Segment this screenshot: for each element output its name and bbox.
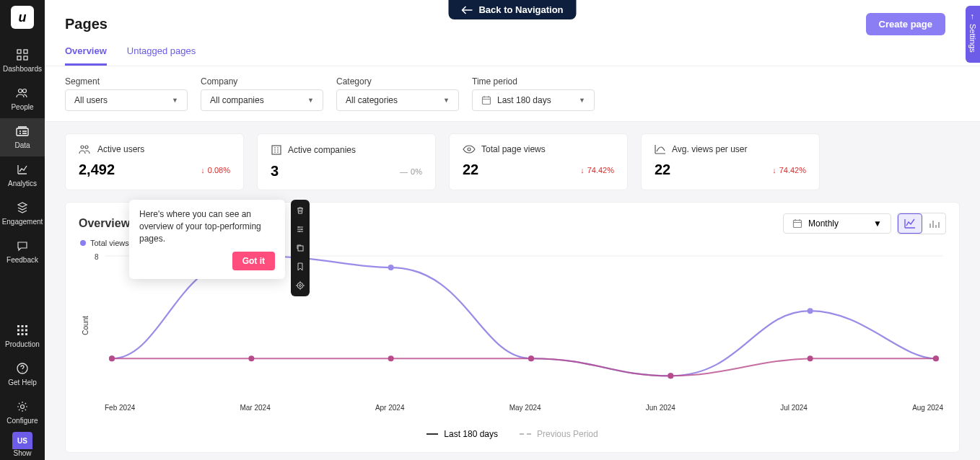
chevron-down-icon: ▼ — [172, 97, 178, 104]
legend-current[interactable]: Last 180 days — [426, 429, 498, 439]
svg-point-17 — [21, 405, 25, 409]
tooltip-toolbelt — [291, 200, 310, 296]
filter-label-time: Time period — [472, 76, 595, 87]
sidebar-label: Data — [14, 141, 30, 149]
stats-row: Active users 2,492 ↓ 0.08% — [65, 133, 960, 190]
x-tick: Jul 2024 — [780, 404, 808, 412]
svg-rect-39 — [298, 246, 303, 251]
line-chart-button[interactable] — [898, 213, 922, 234]
legend-dot-icon — [80, 240, 86, 246]
company-select[interactable]: All companies ▼ — [201, 89, 323, 111]
chat-icon — [15, 239, 30, 253]
stat-delta: ↓ 74.42% — [772, 166, 806, 174]
sliders-icon[interactable] — [294, 223, 307, 236]
settings-label: Settings — [968, 24, 977, 53]
svg-point-20 — [85, 146, 88, 149]
svg-point-33 — [248, 355, 254, 361]
filter-label-segment: Segment — [65, 76, 188, 87]
stat-title: Active users — [97, 144, 144, 154]
filter-label-category: Category — [336, 76, 459, 87]
user-avatar[interactable]: US — [12, 432, 32, 449]
create-page-button[interactable]: Create page — [866, 13, 945, 35]
sidebar-label: Dashboards — [3, 65, 42, 73]
x-tick: Aug 2024 — [912, 404, 943, 412]
sidebar-item-people[interactable]: People — [0, 80, 45, 118]
svg-point-27 — [388, 265, 394, 270]
select-value: Monthly — [808, 218, 839, 229]
stat-value: 22 — [463, 162, 478, 178]
sidebar-label: Engagement — [2, 218, 43, 226]
filters-row: Segment All users ▼ Company All companie… — [45, 66, 980, 122]
show-label[interactable]: Show — [13, 449, 31, 460]
sidebar-item-configure[interactable]: Configure — [0, 394, 45, 432]
svg-point-37 — [808, 355, 813, 361]
svg-rect-12 — [25, 329, 27, 332]
app-logo[interactable]: u — [11, 6, 34, 29]
sidebar-item-engagement[interactable]: Engagement — [0, 195, 45, 233]
legend-line-dashed-icon — [520, 433, 531, 435]
legend-previous[interactable]: Previous Period — [520, 429, 598, 439]
segment-select[interactable]: All users ▼ — [65, 89, 188, 111]
svg-rect-11 — [22, 329, 24, 332]
back-to-navigation-button[interactable]: Back to Navigation — [448, 0, 576, 19]
people-icon — [15, 86, 30, 100]
sidebar-item-data[interactable]: Data — [0, 118, 45, 156]
sidebar-item-gethelp[interactable]: Get Help — [0, 355, 45, 394]
target-icon[interactable] — [294, 279, 307, 292]
sidebar-item-production[interactable]: Production — [0, 317, 45, 355]
chevron-down-icon: ▼ — [873, 218, 882, 229]
bar-chart-button[interactable] — [922, 213, 945, 234]
analytics-icon — [15, 162, 30, 177]
sidebar: u Dashboards People Data Analytics — [0, 0, 45, 460]
arrow-down-icon: ↓ — [201, 166, 205, 174]
arrow-down-icon: ↓ — [772, 166, 776, 174]
svg-point-41 — [299, 285, 302, 287]
sidebar-item-feedback[interactable]: Feedback — [0, 233, 45, 271]
select-value: Last 180 days — [497, 95, 551, 105]
bookmark-icon[interactable] — [294, 260, 307, 273]
copy-icon[interactable] — [294, 242, 307, 255]
people-icon — [79, 144, 92, 154]
filter-label-company: Company — [201, 76, 323, 87]
stat-title: Avg. views per user — [672, 144, 748, 154]
svg-rect-14 — [22, 333, 24, 335]
sidebar-item-dashboards[interactable]: Dashboards — [0, 42, 45, 80]
chevron-down-icon: ▼ — [443, 97, 450, 104]
chart-card: Overview Monthly ▼ — [65, 202, 960, 453]
time-period-select[interactable]: Last 180 days ▼ — [472, 89, 595, 111]
svg-point-19 — [81, 146, 84, 149]
sidebar-label: Analytics — [8, 180, 37, 187]
x-tick: Feb 2024 — [105, 404, 135, 412]
tab-untagged[interactable]: Untagged pages — [127, 45, 196, 66]
chart-period-select[interactable]: Monthly ▼ — [783, 213, 891, 234]
sidebar-item-analytics[interactable]: Analytics — [0, 156, 45, 195]
tooltip-got-it-button[interactable]: Got it — [232, 252, 275, 270]
trash-icon[interactable] — [294, 204, 307, 217]
sidebar-label: People — [11, 103, 33, 111]
tab-overview[interactable]: Overview — [65, 45, 107, 66]
building-icon — [271, 144, 282, 156]
x-axis-labels: Feb 2024 Mar 2024 Apr 2024 May 2024 Jun … — [105, 404, 943, 412]
svg-point-4 — [19, 89, 22, 93]
main-content: Back to Navigation ← Settings Pages Crea… — [45, 0, 980, 460]
svg-point-38 — [933, 355, 939, 361]
category-select[interactable]: All categories ▼ — [336, 89, 459, 111]
tabs: Overview Untagged pages — [45, 35, 980, 66]
settings-tab[interactable]: ← Settings — [966, 6, 980, 63]
sidebar-label: Production — [5, 340, 40, 348]
chart-title: Overview — [79, 217, 130, 230]
chevron-down-icon: ▼ — [579, 97, 585, 104]
svg-rect-8 — [22, 325, 24, 327]
help-icon — [15, 361, 30, 376]
x-tick: Mar 2024 — [240, 404, 270, 412]
chart-type-toggle — [897, 213, 946, 234]
chevron-down-icon: ▼ — [307, 97, 314, 104]
calendar-icon — [792, 218, 802, 229]
page-title: Pages — [65, 16, 108, 32]
select-value: All companies — [210, 95, 264, 105]
svg-rect-23 — [794, 221, 802, 228]
sidebar-label: Get Help — [8, 379, 36, 386]
svg-rect-2 — [17, 56, 21, 60]
stat-active-companies: Active companies 3 — 0% — [257, 133, 436, 190]
svg-point-5 — [23, 89, 27, 93]
